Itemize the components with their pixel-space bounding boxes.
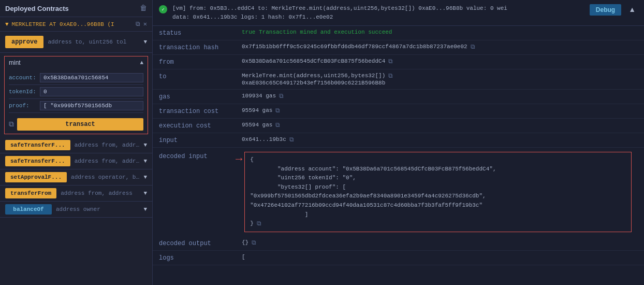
decoded-output-key: decoded output [159, 239, 242, 247]
to-value: MerkleTree.mint(address,uint256,bytes32[… [242, 73, 638, 86]
setApprovalF-chevron-icon[interactable]: ▼ [143, 174, 147, 180]
from-value: 0x5B38Da6a701c568545dCfcB03FcB875f56bedd… [242, 58, 638, 65]
safeTransferF2-chevron-icon[interactable]: ▼ [143, 158, 147, 164]
account-label: account: [9, 75, 40, 81]
proof-field-row: proof: [ "0x999bf57501565db [9, 99, 143, 113]
checkmark-icon: ✓ [162, 7, 164, 12]
balanceOf-chevron-icon[interactable]: ▼ [143, 206, 147, 212]
red-arrow-icon: → [236, 154, 242, 165]
from-text: 0x5B38Da6a701c568545dCfcB03FcB875f56bedd… [242, 58, 385, 64]
fn-row-safeTransferF1: safeTransferF... address from, address ▼ [0, 137, 152, 153]
logs-value: [ [242, 254, 638, 260]
decoded-line-proof1-val: "0x999bf57501565dbd2fdcea36efa2b9aef8340… [250, 192, 626, 201]
decoded-output-text: {} [242, 239, 248, 246]
txcost-value: 95594 gas ⧉ [242, 107, 638, 115]
decoded-open-brace: { [250, 155, 626, 165]
trash-icon[interactable]: 🗑 [140, 4, 147, 12]
to-text-line1: MerkleTree.mint(address,uint256,bytes32[… [242, 73, 385, 79]
top-bar-text: [vm] from: 0x5B3...eddC4 to: MerkleTree.… [172, 4, 584, 21]
success-indicator: ✓ [159, 5, 167, 13]
approve-chevron-icon[interactable]: ▼ [143, 39, 147, 45]
contract-close-icon[interactable]: ✕ [143, 20, 147, 28]
approve-button[interactable]: approve [5, 36, 43, 48]
approve-row: approve address to, uint256 tol ▼ [0, 32, 152, 53]
setApprovalF-button[interactable]: setApprovalF... [5, 172, 67, 182]
account-value[interactable]: 0x5B38Da6a701c56854 [40, 73, 143, 82]
txcost-row: transaction cost 95594 gas ⧉ [153, 104, 644, 119]
balanceOf-params: address owner [56, 206, 139, 212]
contract-expand-arrow[interactable]: ▼ [5, 21, 9, 27]
status-value: true Transaction mined and execution suc… [242, 29, 638, 35]
decoded-input-content-area: → { "address account": "0x5B38Da6a701c56… [236, 150, 638, 234]
decoded-close-area: } ⧉ [250, 219, 626, 229]
mint-fields: account: 0x5B38Da6a701c56854 tokenId: 0 … [5, 69, 148, 115]
input-copy-icon[interactable]: ⧉ [289, 136, 294, 144]
decoded-line-close-bracket: ] [250, 210, 626, 220]
transact-button[interactable]: transact [17, 118, 143, 131]
txhash-copy-icon[interactable]: ⧉ [471, 44, 475, 51]
status-text: true Transaction mined and execution suc… [242, 29, 392, 35]
fn-row-safeTransferF2: safeTransferF... address from, address ▼ [0, 153, 152, 169]
fn-row-balanceOf: balanceOf address owner ▼ [0, 202, 152, 218]
execcost-value: 95594 gas ⧉ [242, 122, 638, 129]
deployed-contracts-header: Deployed Contracts 🗑 [0, 0, 152, 17]
to-text-line2: 0xaE036c65C649172b43ef7156b009c6221B596B… [242, 80, 385, 86]
fn-row-setApprovalF: setApprovalF... address operator, bool ▼ [0, 169, 152, 186]
status-row: status true Transaction mined and execut… [153, 26, 644, 40]
contract-copy-icon[interactable]: ⧉ [136, 21, 140, 28]
to-key: to [159, 73, 242, 80]
contract-row: ▼ MERKLETREE AT 0xAE0...96B8B (I ⧉ ✕ [0, 17, 152, 32]
from-key: from [159, 58, 242, 66]
input-value: 0x641...19b3c ⧉ [242, 136, 638, 144]
to-text: MerkleTree.mint(address,uint256,bytes32[… [242, 73, 385, 86]
decoded-input-key: decoded input [159, 153, 208, 160]
tokenid-value[interactable]: 0 [40, 87, 143, 96]
txhash-value: 0x7f15b1bb6fff9c5c9245c69fbbfd6db46df789… [242, 44, 638, 51]
safeTransferF1-chevron-icon[interactable]: ▼ [143, 142, 147, 148]
logs-row: logs [ [153, 251, 644, 265]
decoded-output-copy-icon[interactable]: ⧉ [252, 239, 256, 247]
safeTransferF2-button[interactable]: safeTransferF... [5, 156, 70, 166]
to-copy-icon[interactable]: ⧉ [388, 73, 393, 80]
input-row: input 0x641...19b3c ⧉ [153, 133, 644, 148]
gas-copy-icon[interactable]: ⧉ [279, 93, 284, 100]
execcost-key: execution cost [159, 122, 242, 130]
proof-value[interactable]: [ "0x999bf57501565db [40, 101, 143, 110]
txhash-text: 0x7f15b1bb6fff9c5c9245c69fbbfd6db46df789… [242, 44, 467, 50]
to-row: to MerkleTree.mint(address,uint256,bytes… [153, 69, 644, 90]
right-panel: ✓ [vm] from: 0x5B3...eddC4 to: MerkleTre… [153, 0, 644, 285]
decoded-line-account: "address account": "0x5B38Da6a701c568545… [250, 165, 626, 174]
execcost-text: 95594 gas [242, 122, 272, 128]
safeTransferF1-button[interactable]: safeTransferF... [5, 140, 70, 150]
decoded-input-section-wrapper: decoded input → { "address account": "0x… [153, 148, 644, 236]
top-bar-line1: [vm] from: 0x5B3...eddC4 to: MerkleTree.… [172, 4, 584, 13]
mint-copy-icon[interactable]: ⧉ [9, 120, 14, 129]
txcost-copy-icon[interactable]: ⧉ [275, 107, 280, 115]
txcost-key: transaction cost [159, 107, 242, 115]
gas-text: 109934 gas [242, 93, 276, 99]
top-bar: ✓ [vm] from: 0x5B3...eddC4 to: MerkleTre… [153, 0, 644, 26]
txcost-text: 95594 gas [242, 107, 272, 113]
left-panel: Deployed Contracts 🗑 ▼ MERKLETREE AT 0xA… [0, 0, 153, 285]
deployed-title: Deployed Contracts [5, 5, 69, 12]
account-field-row: account: 0x5B38Da6a701c56854 [9, 71, 143, 85]
input-text: 0x641...19b3c [242, 136, 286, 142]
transferFrom-chevron-icon[interactable]: ▼ [143, 190, 147, 196]
gas-value: 109934 gas ⧉ [242, 93, 638, 100]
safeTransferF2-params: address from, address [75, 158, 140, 164]
debug-button[interactable]: Debug [590, 4, 621, 16]
fn-row-transferFrom: transferFrom address from, address ▼ [0, 186, 152, 202]
decoded-input-copy-icon[interactable]: ⧉ [257, 220, 261, 227]
transferFrom-button[interactable]: transferFrom [5, 188, 56, 198]
mint-chevron-icon[interactable]: ▲ [140, 60, 143, 66]
txhash-key: transaction hash [159, 44, 242, 51]
status-key: status [159, 29, 242, 37]
proof-label: proof: [9, 103, 40, 109]
from-copy-icon[interactable]: ⧉ [388, 58, 393, 65]
gas-key: gas [159, 93, 242, 101]
mint-label: mint [9, 59, 21, 66]
collapse-button[interactable]: ▲ [626, 4, 638, 15]
execcost-copy-icon[interactable]: ⧉ [275, 122, 280, 129]
approve-params: address to, uint256 tol [48, 39, 139, 45]
balanceOf-button[interactable]: balanceOf [5, 204, 52, 215]
